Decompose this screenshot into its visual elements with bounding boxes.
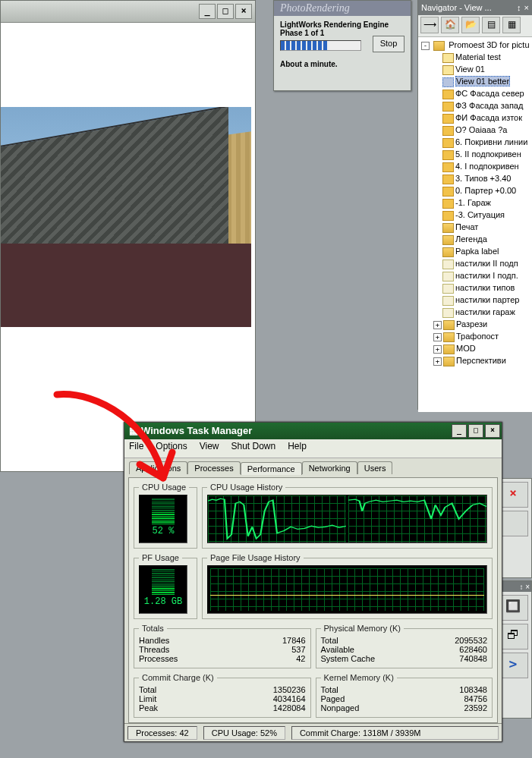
tree-item-label: настилки II подп [455,259,518,268]
tool-button[interactable]: 🗗 [498,624,528,649]
tree-item[interactable]: -1. Гараж [421,197,530,209]
tree-item-label: MOD [456,344,476,353]
navigator-panel: Navigator - View ... ↕ × ⟶🏠📂▤▦ - Promoes… [417,0,532,410]
tab-applications[interactable]: Applications [129,461,187,474]
tree-item[interactable]: +MOD [421,342,530,354]
tree-item[interactable]: 6. Покривни линии [421,136,530,148]
tree-item[interactable]: 3. Типов +3.40 [421,172,530,184]
pf-usage-gauge: 1.28 GB [139,565,187,614]
tool-button[interactable] [498,511,528,536]
cpu-usage-legend: CPU Usage [139,483,189,492]
expand-icon[interactable]: + [433,333,442,341]
expand-icon[interactable]: + [433,357,442,366]
cpu-history-graph [207,495,487,543]
nav-toolbar-button[interactable]: 📂 [461,17,480,33]
tab-processes[interactable]: Processes [187,461,240,474]
tree-item[interactable]: настилки гараж [421,306,530,318]
expand-icon[interactable]: + [433,345,442,354]
tool-button[interactable]: 🔲 [498,595,528,621]
tree-item[interactable]: +Трафопост [421,330,530,342]
tree-item[interactable]: настилки типов [421,281,530,294]
tree-item[interactable]: View 01 [421,63,530,75]
tree-item-label: -3. Ситуация [455,210,505,219]
file-icon [442,284,454,294]
tree-item-label: Разрези [456,319,487,329]
tab-users[interactable]: Users [357,461,393,474]
tree-item-label: Papka label [455,247,499,256]
tab-networking[interactable]: Networking [302,461,357,474]
tree-item[interactable]: -3. Ситуация [421,209,530,221]
navigator-toolbar: ⟶🏠📂▤▦ [418,15,532,37]
arrow-tool-icon[interactable]: > [498,653,528,678]
tree-item[interactable]: +Разрези [421,318,530,330]
tree-item[interactable]: Печат [421,221,530,233]
status-cpu: CPU Usage: 52% [203,726,285,740]
pf-usage-box: PF Usage 1.28 GB [134,553,197,619]
kernel-memory-box: Kernel Memory (K) Total108348 Paged84756… [316,673,493,718]
pin-icon[interactable]: ↕ [517,0,521,15]
status-processes: Processes: 42 [127,726,197,740]
cpu-usage-value: 52 % [140,526,187,536]
folder-icon [443,332,455,342]
close-button[interactable]: × [485,424,500,438]
tree-item-label: настилки гараж [455,307,515,316]
minimize-button[interactable]: _ [452,424,467,438]
tree-item[interactable]: ФЗ Фасада запад [421,99,530,112]
tree-item[interactable]: ФС Фасада север [421,87,530,99]
maximize-button[interactable]: □ [468,424,483,438]
titlebar[interactable]: ▦ Windows Task Manager _ □ × [124,423,502,439]
tree-item[interactable]: Легенда [421,233,530,245]
tree-item[interactable]: 0. Партер +0.00 [421,184,530,197]
nav-toolbar-button[interactable]: ▤ [482,17,500,33]
tree-item[interactable]: 5. II подпокривен [421,148,530,160]
tree-item-label: ФС Фасада север [455,89,524,98]
menu-item[interactable]: View [200,441,219,451]
tree-item[interactable]: настилки I подп. [421,269,530,281]
tree-item-label: ФЗ Фасада запад [455,101,523,110]
pf-usage-value: 1.28 GB [140,596,187,607]
navigator-titlebar: Navigator - View ... ↕ × [418,0,532,15]
nav-toolbar-button[interactable]: ▦ [502,17,521,33]
menu-item[interactable]: Shut Down [231,441,276,451]
titlebar: × □ _ [1,1,255,23]
tree-item-label: 4. I подпокривен [455,162,519,171]
close-icon[interactable]: × [524,0,529,15]
close-button[interactable]: × [235,4,252,19]
root-label: Promoest 3D for pictu [449,40,529,49]
close-tool-icon[interactable]: × [498,482,528,508]
folder-icon [443,344,455,354]
cam-icon [442,53,454,63]
tree-item[interactable]: ФИ Фасада изток [421,112,530,124]
tree-item-label: 3. Типов +3.40 [455,174,511,183]
menu-item[interactable]: File [129,441,143,451]
tab-performance[interactable]: Performance [241,462,302,475]
nav-toolbar-button[interactable]: 🏠 [441,17,459,33]
maximize-button[interactable]: □ [217,4,234,19]
view-icon [442,175,454,184]
expand-icon[interactable]: + [433,321,442,329]
file-icon [442,272,454,281]
tree-item[interactable]: О? Oaiaaa ?a [421,124,530,136]
menu-item[interactable]: Options [156,441,187,451]
pf-history-legend: Page File Usage History [207,553,304,562]
nav-toolbar-button[interactable]: ⟶ [420,17,439,33]
navigator-tree[interactable]: - Promoest 3D for pictu Material testVie… [418,37,532,412]
menu-item[interactable]: Help [288,441,307,451]
cam-icon [442,77,454,87]
minimize-button[interactable]: _ [199,4,216,19]
stop-button[interactable]: Stop [373,36,405,52]
tree-root[interactable]: - Promoest 3D for pictu [421,39,530,51]
tree-item-label: Легенда [455,234,487,244]
totals-box: Totals Handles17846 Threads537 Processes… [134,624,311,668]
tree-item[interactable]: Material test [421,51,530,63]
tree-item[interactable]: Papka label [421,245,530,257]
tree-item[interactable]: +Перспективи [421,354,530,366]
view-icon [442,90,454,99]
view-icon [442,138,454,148]
tree-item[interactable]: 4. I подпокривен [421,160,530,172]
tree-item[interactable]: настилки II подп [421,257,530,269]
tree-item-label: 6. Покривни линии [455,137,527,146]
pf-history-box: Page File Usage History [202,553,493,619]
tree-item[interactable]: View 01 better [421,75,530,87]
tree-item[interactable]: настилки партер [421,294,530,306]
